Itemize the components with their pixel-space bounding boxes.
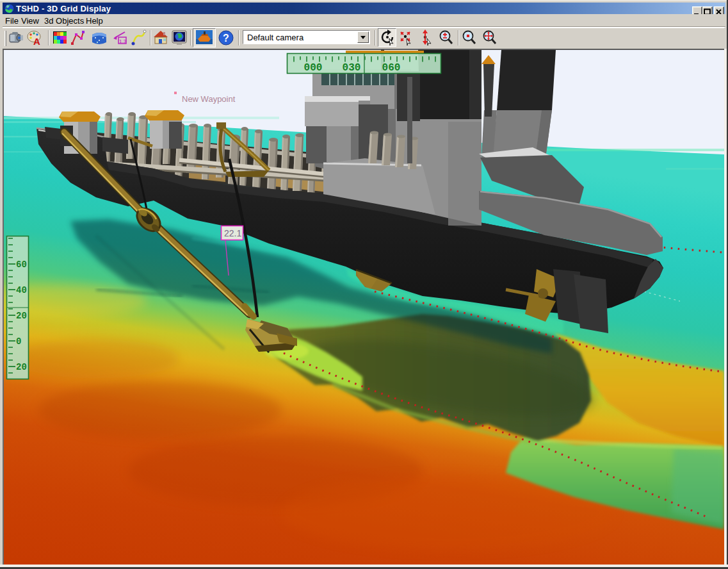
svg-text:000: 000 — [304, 62, 323, 74]
svg-text:20: 20 — [16, 311, 27, 321]
svg-text:0: 0 — [16, 336, 21, 347]
svg-text:060: 060 — [382, 62, 401, 74]
svg-text:20: 20 — [16, 362, 27, 372]
svg-text:60: 60 — [16, 260, 27, 270]
svg-text:A: A — [33, 36, 40, 46]
svg-text:1.3: 1.3 — [119, 38, 127, 44]
svg-text:New Waypoint: New Waypoint — [182, 94, 236, 104]
svg-text:?: ? — [223, 33, 229, 44]
svg-text:22.1: 22.1 — [224, 228, 241, 238]
svg-text:40: 40 — [16, 285, 27, 295]
svg-text:030: 030 — [343, 62, 361, 74]
